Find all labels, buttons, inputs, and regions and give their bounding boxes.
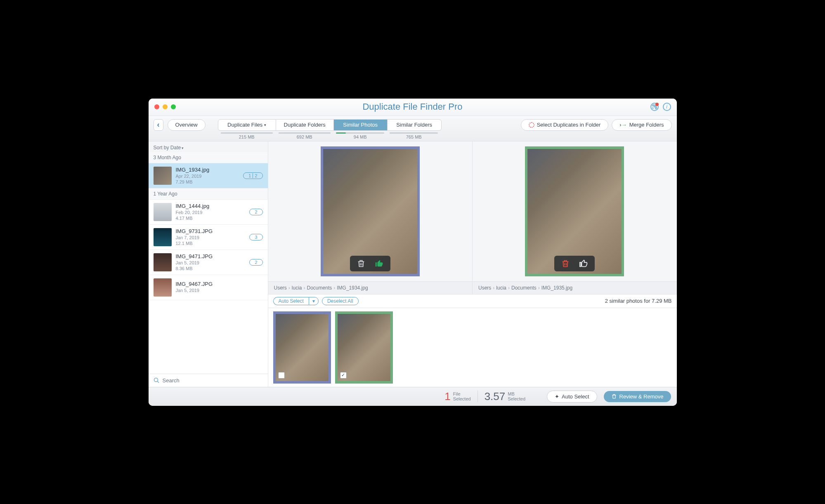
footer-auto-select-button[interactable]: ✦ Auto Select bbox=[547, 391, 597, 403]
overview-button[interactable]: Overview bbox=[168, 119, 206, 131]
sort-dropdown[interactable]: Sort by Date bbox=[149, 141, 268, 152]
strip-thumbnail[interactable] bbox=[273, 311, 331, 384]
tab-similar-folders[interactable]: Similar Folders bbox=[388, 120, 441, 130]
tab-duplicate-files[interactable]: Duplicate Files▾ bbox=[218, 120, 276, 130]
item-name: IMG_9467.JPG bbox=[176, 281, 263, 287]
chevron-right-icon: › bbox=[508, 285, 510, 291]
sidebar: Sort by Date 3 Month AgoIMG_1934.jpgApr … bbox=[149, 141, 268, 387]
files-selected-count: 1 bbox=[444, 390, 450, 403]
chevron-right-icon: › bbox=[538, 285, 540, 291]
chevron-right-icon: › bbox=[493, 285, 494, 291]
path-right: Users›lucia›Documents›IMG_1935.jpg bbox=[473, 281, 677, 294]
item-size: 8.36 MB bbox=[176, 266, 246, 271]
thumbnail-icon bbox=[154, 203, 172, 221]
path-segment[interactable]: Documents bbox=[511, 285, 537, 291]
merge-folders-label: Merge Folders bbox=[629, 122, 664, 128]
app-window: Duplicate File Finder Pro i ‹ Overview D… bbox=[149, 99, 677, 406]
count-badge: 12 bbox=[243, 172, 262, 179]
list-item[interactable]: IMG_1444.jpgFeb 20, 20194.17 MB2 bbox=[149, 200, 268, 225]
review-remove-button[interactable]: Review & Remove bbox=[604, 391, 671, 402]
mb-selected-stat: 3.57 MBSelected bbox=[485, 390, 525, 403]
path-segment[interactable]: Documents bbox=[307, 285, 332, 291]
path-segment[interactable]: Users bbox=[274, 285, 287, 291]
category-tabs: Duplicate Files▾Duplicate FoldersSimilar… bbox=[218, 119, 442, 139]
item-date: Feb 20, 2019 bbox=[176, 210, 246, 215]
strip-toolbar: Auto Select ▾ Deselect All 2 similar pho… bbox=[268, 294, 677, 308]
toolbar: ‹ Overview Duplicate Files▾Duplicate Fol… bbox=[149, 116, 677, 141]
path-segment[interactable]: lucia bbox=[496, 285, 506, 291]
delete-icon[interactable] bbox=[356, 258, 366, 269]
tab-size-label: 765 MB bbox=[387, 132, 441, 139]
files-selected-stat: 1 FileSelected bbox=[444, 390, 470, 403]
merge-folders-button[interactable]: ›→ Merge Folders bbox=[612, 119, 671, 131]
auto-select-button[interactable]: Auto Select bbox=[273, 297, 309, 305]
back-button[interactable]: ‹ bbox=[154, 119, 163, 131]
auto-select-dropdown[interactable]: ▾ bbox=[309, 297, 319, 305]
preview-right: Users›lucia›Documents›IMG_1935.jpg bbox=[473, 141, 677, 294]
chevron-down-icon: ▾ bbox=[264, 123, 266, 127]
svg-line-1 bbox=[157, 382, 159, 383]
chevron-right-icon: › bbox=[288, 285, 290, 291]
tab-similar-photos[interactable]: Similar Photos bbox=[334, 120, 388, 130]
titlebar: Duplicate File Finder Pro i bbox=[149, 99, 677, 116]
item-date: Jan 5, 2019 bbox=[176, 288, 263, 293]
delete-icon[interactable] bbox=[560, 258, 571, 269]
preview-image-left[interactable] bbox=[321, 146, 420, 276]
list-item[interactable]: IMG_9731.JPGJan 7, 201912.1 MB3 bbox=[149, 225, 268, 250]
count-badge: 2 bbox=[249, 209, 262, 215]
footer-auto-select-label: Auto Select bbox=[562, 393, 589, 400]
chevron-right-icon: › bbox=[333, 285, 335, 291]
wand-icon: ✦ bbox=[555, 393, 559, 400]
path-segment[interactable]: IMG_1935.jpg bbox=[541, 285, 572, 291]
target-icon bbox=[529, 122, 534, 128]
mb-selected-count: 3.57 bbox=[485, 390, 506, 403]
search-bar[interactable]: Search bbox=[149, 374, 268, 387]
list-item[interactable]: IMG_1934.jpgApr 22, 20197.29 MB12 bbox=[149, 163, 268, 188]
select-duplicates-label: Select Duplicates in Folder bbox=[537, 122, 601, 128]
item-name: IMG_9731.JPG bbox=[176, 228, 246, 234]
item-date: Jan 7, 2019 bbox=[176, 235, 246, 240]
strip-thumbnail[interactable]: ✓ bbox=[335, 311, 393, 384]
rss-icon[interactable] bbox=[650, 103, 659, 111]
strip-info-label: 2 similar photos for 7.29 MB bbox=[605, 298, 672, 304]
path-segment[interactable]: Users bbox=[478, 285, 491, 291]
svg-point-0 bbox=[154, 378, 158, 382]
deselect-all-button[interactable]: Deselect All bbox=[322, 297, 359, 305]
group-header: 3 Month Ago bbox=[149, 152, 268, 163]
path-segment[interactable]: lucia bbox=[292, 285, 302, 291]
preview-right-actions bbox=[554, 256, 595, 271]
tab-duplicate-folders[interactable]: Duplicate Folders bbox=[276, 120, 334, 130]
preview-left: Users›lucia›Documents›IMG_1934.jpg bbox=[268, 141, 473, 294]
merge-icon: ›→ bbox=[619, 122, 626, 128]
item-name: IMG_1934.jpg bbox=[176, 167, 239, 173]
item-size: 12.1 MB bbox=[176, 241, 246, 246]
content-area: Users›lucia›Documents›IMG_1934.jpg bbox=[268, 141, 677, 387]
path-segment[interactable]: IMG_1934.jpg bbox=[337, 285, 368, 291]
thumbnail-icon bbox=[154, 253, 172, 271]
tab-size-label: 215 MB bbox=[218, 132, 276, 139]
notification-dot-icon bbox=[655, 103, 659, 106]
chevron-right-icon: › bbox=[304, 285, 305, 291]
window-title: Duplicate File Finder Pro bbox=[149, 101, 677, 112]
count-badge: 3 bbox=[249, 234, 262, 240]
keep-icon[interactable] bbox=[374, 258, 385, 269]
thumbnail-strip: ✓ bbox=[268, 308, 677, 387]
group-header: 1 Year Ago bbox=[149, 188, 268, 200]
item-size: 7.29 MB bbox=[176, 179, 239, 184]
list-item[interactable]: IMG_9471.JPGJan 5, 20198.36 MB2 bbox=[149, 250, 268, 275]
item-name: IMG_1444.jpg bbox=[176, 203, 246, 209]
tab-size-label: 692 MB bbox=[276, 132, 333, 139]
thumbnail-icon bbox=[154, 278, 172, 297]
item-date: Apr 22, 2019 bbox=[176, 174, 239, 179]
info-icon[interactable]: i bbox=[663, 103, 671, 111]
select-duplicates-button[interactable]: Select Duplicates in Folder bbox=[521, 119, 609, 131]
thumbnail-checkbox[interactable] bbox=[278, 372, 285, 379]
search-icon bbox=[154, 377, 159, 383]
path-left: Users›lucia›Documents›IMG_1934.jpg bbox=[268, 281, 473, 294]
keep-icon[interactable] bbox=[578, 258, 589, 269]
thumbnail-checkbox[interactable]: ✓ bbox=[340, 372, 347, 379]
list-item[interactable]: IMG_9467.JPGJan 5, 2019 bbox=[149, 275, 268, 300]
preview-left-actions bbox=[350, 256, 390, 271]
preview-image-right[interactable] bbox=[525, 146, 624, 276]
item-name: IMG_9471.JPG bbox=[176, 253, 246, 259]
